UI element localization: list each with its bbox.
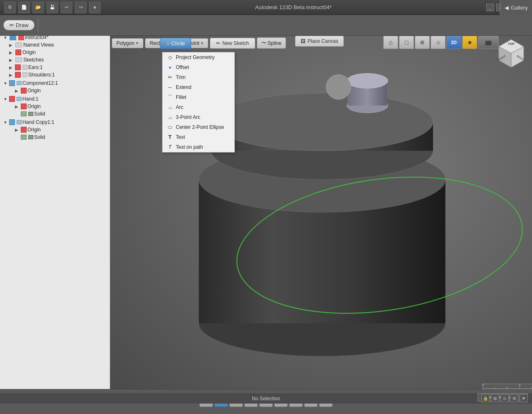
tree-item-hand-solid[interactable]: ▶ Solid (0, 110, 110, 118)
new-btn[interactable]: 📄 (18, 2, 30, 13)
dropdown-item-extend[interactable]: ↔ Extend (163, 82, 234, 92)
handcopy-origin-icon (21, 127, 27, 133)
tree-item-sketches[interactable]: ▶ Sketches (0, 56, 110, 64)
text-on-path-icon: T (167, 144, 173, 150)
view-home-btn[interactable]: ⌂ (383, 36, 398, 49)
hand-icon (9, 96, 15, 102)
text-icon: T (167, 134, 173, 140)
redo-btn[interactable]: ↪ (75, 2, 86, 13)
spline-icon: 〜 (261, 39, 266, 47)
undo-btn[interactable]: ↩ (61, 2, 72, 13)
hand-arrow: ▼ (3, 97, 8, 101)
save-btn[interactable]: 💾 (47, 2, 58, 13)
bottom-right-icons: 🔒 ⊞ ⊙ ⚙ ▼ (481, 394, 528, 402)
polygon-button[interactable]: Polygon ▼ (112, 38, 143, 48)
tree-item-comp12-origin[interactable]: ▶ Origin (0, 87, 110, 94)
named-views-arrow: ▶ (9, 43, 14, 47)
sketches-icon (15, 57, 22, 62)
handcopy-solid-icon2 (28, 135, 33, 139)
text-on-path-label: Text on path (176, 144, 203, 150)
point-icon: + (201, 40, 204, 46)
shoulders-label: Shoulders:1 (28, 72, 55, 78)
settings-btn[interactable]: ▼ (89, 2, 101, 13)
tree-item-ears[interactable]: ▶ Ears:1 (0, 64, 110, 71)
canvas-icon: 🖼 (300, 38, 305, 44)
handcopy-solid-icon (21, 135, 27, 140)
draw-button[interactable]: ✏ Draw (3, 20, 34, 30)
place-canvas-button[interactable]: 🖼 Place Canvas (295, 36, 344, 47)
origin1-icon (15, 49, 21, 55)
new-sketch-icon: ✏ (216, 40, 220, 46)
hand-solid-icon2 (28, 112, 33, 116)
circle-icon: ○ (166, 40, 170, 47)
comp12-origin-label: Origin (27, 88, 41, 94)
dropdown-item-text-on-path[interactable]: T Text on path (163, 142, 234, 152)
app-icon[interactable]: ⚙ (4, 2, 16, 13)
hand-origin-arrow: ▶ (15, 104, 20, 109)
ears-icon2 (22, 65, 27, 70)
svg-text:TOP: TOP (508, 42, 515, 46)
comp12-label: Component12:1 (22, 80, 58, 86)
origin1-label: Origin (22, 49, 36, 55)
snap-icon[interactable]: ⊙ (500, 394, 509, 402)
gallery-bar[interactable]: ◀ Gallery (500, 0, 532, 15)
comp12-arrow: ▼ (3, 81, 8, 86)
offset-label: Offset (176, 64, 189, 70)
minimize-btn[interactable]: _ (486, 4, 494, 11)
text-label: Text (176, 134, 185, 140)
project-geometry-icon: ◇ (167, 54, 173, 61)
dropdown-item-offset[interactable]: ● Offset (163, 62, 234, 72)
view-persp-btn[interactable]: ◇ (431, 36, 446, 49)
view-cube-svg: TOP FRONT RIGHT (495, 37, 528, 71)
hand-solid-icon (21, 111, 27, 116)
dropdown-item-text[interactable]: T Text (163, 132, 234, 142)
dropdown-item-fillet[interactable]: ⌒ Fillet (163, 92, 234, 102)
center-ellipse-label: Center 2-Point Ellipse (176, 124, 224, 130)
tree-item-component12[interactable]: ▼ Component12:1 (0, 79, 110, 87)
dropdown-item-arc[interactable]: ⌓ Arc (163, 102, 234, 112)
tree-item-handcopy[interactable]: ▼ Hand Copy1:1 (0, 118, 110, 126)
spline-button[interactable]: 〜 Spline (257, 37, 286, 49)
dropdown-item-trim[interactable]: ✂ Trim (163, 72, 234, 82)
root-arrow: ▼ (3, 35, 8, 40)
view-icons-toolbar: ⌂ □ ⊞ ◇ 2D ★ ▓▓ (383, 36, 499, 49)
settings2-icon[interactable]: ⚙ (510, 394, 518, 402)
lock-icon[interactable]: 🔒 (481, 394, 490, 402)
dropdown-item-project-geometry[interactable]: ◇ Project Geometry (163, 52, 234, 62)
tree-item-handcopy-solid[interactable]: ▶ Solid (0, 133, 110, 141)
tree-item-handcopy-origin[interactable]: ▶ Origin (0, 126, 110, 133)
view-2d-btn[interactable]: 2D (446, 36, 461, 49)
shoulders-arrow: ▶ (9, 73, 14, 77)
circle-button[interactable]: ○ Circle (160, 38, 191, 49)
sketches-arrow: ▶ (9, 58, 14, 62)
tree-item-hand[interactable]: ▼ Hand:1 (0, 95, 110, 103)
comp12-icon (9, 80, 15, 86)
tree-item-hand-origin[interactable]: ▶ Origin (0, 103, 110, 110)
place-canvas-area: 🖼 Place Canvas (291, 36, 344, 47)
svg-text:0: 0 (482, 383, 484, 387)
draw-icon: ✏ (10, 22, 14, 28)
more-icon[interactable]: ▼ (520, 394, 528, 402)
sketches-label: Sketches (23, 57, 44, 63)
svg-point-5 (211, 93, 433, 150)
hand-label: Hand:1 (22, 96, 39, 102)
grid-toggle-icon[interactable]: ⊞ (491, 394, 499, 402)
fillet-label: Fillet (176, 94, 186, 100)
open-btn[interactable]: 📂 (32, 2, 44, 13)
offset-icon: ● (167, 64, 173, 71)
view-cube[interactable]: TOP FRONT RIGHT (495, 37, 528, 71)
svg-point-8 (347, 74, 388, 89)
view-front-btn[interactable]: □ (399, 36, 414, 49)
sketch-dropdown: ◇ Project Geometry ● Offset ✂ Trim ↔ Ext… (162, 52, 235, 153)
new-sketch-button[interactable]: ✏ New Sketch (210, 38, 255, 49)
tree-item-named-views[interactable]: ▶ Named Views (0, 41, 110, 49)
view-star-btn[interactable]: ★ (462, 36, 477, 49)
tree-item-origin-1[interactable]: ▶ Origin (0, 49, 110, 56)
toolbar-sep-1 (38, 19, 38, 32)
handcopy-solid-label: Solid (34, 134, 45, 140)
dropdown-item-center-ellipse[interactable]: ⬭ Center 2-Point Ellipse (163, 122, 234, 132)
view-grid-btn[interactable]: ⊞ (415, 36, 430, 49)
tree-item-shoulders[interactable]: ▶ Shoulders:1 (0, 71, 110, 79)
handcopy-origin-label: Origin (27, 127, 41, 133)
dropdown-item-3point-arc[interactable]: ⌓ 3-Point Arc (163, 112, 234, 122)
